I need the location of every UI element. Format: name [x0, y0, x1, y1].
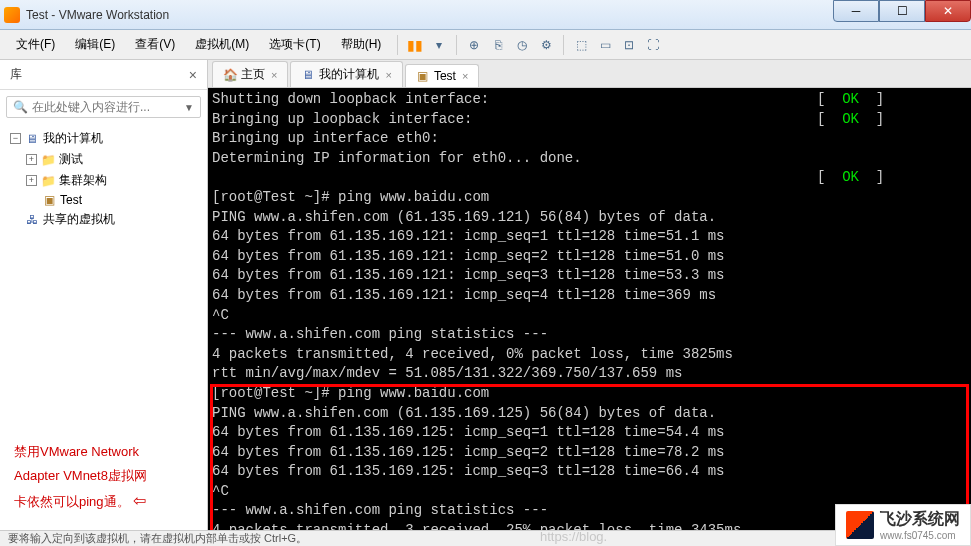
- snapshot-icon[interactable]: ⎘: [489, 36, 507, 54]
- pause-icon[interactable]: ▮▮: [406, 36, 424, 54]
- search-dropdown-icon[interactable]: ▼: [184, 102, 194, 113]
- menu-edit[interactable]: 编辑(E): [67, 32, 123, 57]
- fit-icon[interactable]: ⬚: [572, 36, 590, 54]
- main-area: 库 × 🔍 ▼ − 🖥 我的计算机 + 📁 测试 + 📁 集群架构: [0, 60, 971, 530]
- window-controls: ─ ☐ ✕: [833, 0, 971, 22]
- tabs-bar: 🏠 主页 × 🖥 我的计算机 × ▣ Test ×: [208, 60, 971, 88]
- brand-logo-icon: [846, 511, 874, 539]
- maximize-button[interactable]: ☐: [879, 0, 925, 22]
- search-box[interactable]: 🔍 ▼: [6, 96, 201, 118]
- annotation-line: 卡依然可以ping通。: [14, 494, 130, 509]
- watermark-url: https://blog.: [540, 529, 607, 544]
- vm-icon: ▣: [42, 193, 56, 207]
- tree-item-cluster[interactable]: + 📁 集群架构: [6, 170, 201, 191]
- annotation-line: Adapter VMnet8虚拟网: [14, 464, 193, 487]
- menubar: 文件(F) 编辑(E) 查看(V) 虚拟机(M) 选项卡(T) 帮助(H) ▮▮…: [0, 30, 971, 60]
- send-input-icon[interactable]: ⊕: [465, 36, 483, 54]
- content-area: 🏠 主页 × 🖥 我的计算机 × ▣ Test × Shutting down …: [208, 60, 971, 530]
- arrow-icon: ⇦: [133, 492, 146, 509]
- vm-icon: ▣: [416, 69, 430, 83]
- sidebar: 库 × 🔍 ▼ − 🖥 我的计算机 + 📁 测试 + 📁 集群架构: [0, 60, 208, 530]
- tree-label: 我的计算机: [43, 130, 103, 147]
- brand-name: 飞沙系统网: [880, 510, 960, 527]
- annotation-text: 禁用VMware Network Adapter VMnet8虚拟网 卡依然可以…: [10, 436, 197, 520]
- home-icon: 🏠: [223, 68, 237, 82]
- computer-icon: 🖥: [25, 132, 39, 146]
- separator: [397, 35, 398, 55]
- collapse-icon[interactable]: −: [10, 133, 21, 144]
- tab-close-icon[interactable]: ×: [462, 70, 468, 82]
- tab-mycomputer[interactable]: 🖥 我的计算机 ×: [290, 61, 402, 87]
- tree-label: Test: [60, 193, 82, 207]
- tree-item-test1[interactable]: + 📁 测试: [6, 149, 201, 170]
- shared-icon: 🖧: [25, 213, 39, 227]
- folder-icon: 📁: [41, 153, 55, 167]
- computer-icon: 🖥: [301, 68, 315, 82]
- window-title: Test - VMware Workstation: [26, 8, 169, 22]
- tree-label: 集群架构: [59, 172, 107, 189]
- menu-view[interactable]: 查看(V): [127, 32, 183, 57]
- tree-label: 共享的虚拟机: [43, 211, 115, 228]
- search-icon: 🔍: [13, 100, 28, 114]
- titlebar: Test - VMware Workstation ─ ☐ ✕: [0, 0, 971, 30]
- tree-item-test-vm[interactable]: ▣ Test: [6, 191, 201, 209]
- library-tree: − 🖥 我的计算机 + 📁 测试 + 📁 集群架构 ▣ Test 🖧: [0, 124, 207, 426]
- tab-label: 我的计算机: [319, 66, 379, 83]
- tree-shared-vms[interactable]: 🖧 共享的虚拟机: [6, 209, 201, 230]
- watermark-brand: 飞沙系统网 www.fs0745.com: [835, 504, 971, 546]
- close-button[interactable]: ✕: [925, 0, 971, 22]
- fullscreen-icon[interactable]: ⛶: [644, 36, 662, 54]
- menu-file[interactable]: 文件(F): [8, 32, 63, 57]
- tab-close-icon[interactable]: ×: [271, 69, 277, 81]
- terminal[interactable]: Shutting down loopback interface: [ OK ]…: [208, 88, 971, 530]
- expand-icon[interactable]: +: [26, 175, 37, 186]
- sidebar-header: 库 ×: [0, 60, 207, 90]
- separator: [563, 35, 564, 55]
- tab-label: 主页: [241, 66, 265, 83]
- brand-url: www.fs0745.com: [880, 530, 960, 541]
- app-icon: [4, 7, 20, 23]
- sidebar-title: 库: [10, 66, 22, 83]
- annotation-line: 禁用VMware Network: [14, 440, 193, 463]
- search-input[interactable]: [32, 100, 184, 114]
- console-icon[interactable]: ⊡: [620, 36, 638, 54]
- tab-home[interactable]: 🏠 主页 ×: [212, 61, 288, 87]
- dropdown-icon[interactable]: ▾: [430, 36, 448, 54]
- unity-icon[interactable]: ▭: [596, 36, 614, 54]
- menu-help[interactable]: 帮助(H): [333, 32, 390, 57]
- statusbar: 要将输入定向到该虚拟机，请在虚拟机内部单击或按 Ctrl+G。: [0, 530, 971, 546]
- status-text: 要将输入定向到该虚拟机，请在虚拟机内部单击或按 Ctrl+G。: [8, 531, 307, 546]
- folder-icon: 📁: [41, 174, 55, 188]
- minimize-button[interactable]: ─: [833, 0, 879, 22]
- tab-test[interactable]: ▣ Test ×: [405, 64, 479, 87]
- sidebar-close-icon[interactable]: ×: [189, 67, 197, 83]
- expand-icon[interactable]: +: [26, 154, 37, 165]
- tree-label: 测试: [59, 151, 83, 168]
- menu-tabs[interactable]: 选项卡(T): [261, 32, 328, 57]
- tab-label: Test: [434, 69, 456, 83]
- menu-vm[interactable]: 虚拟机(M): [187, 32, 257, 57]
- tab-close-icon[interactable]: ×: [385, 69, 391, 81]
- separator: [456, 35, 457, 55]
- tree-root-mycomputer[interactable]: − 🖥 我的计算机: [6, 128, 201, 149]
- clock-icon[interactable]: ◷: [513, 36, 531, 54]
- settings-icon[interactable]: ⚙: [537, 36, 555, 54]
